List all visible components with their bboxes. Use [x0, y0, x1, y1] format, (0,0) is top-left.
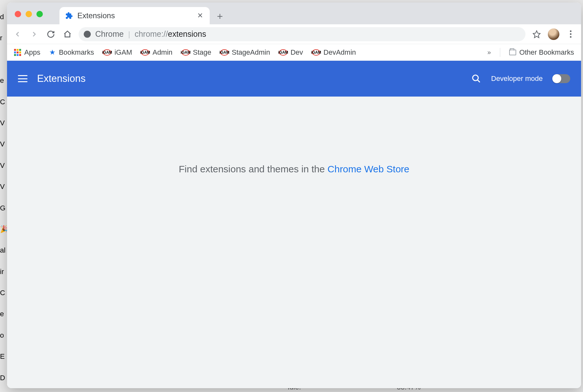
bookmark-label: Bookmarks [59, 48, 94, 57]
igam-icon: iGAM [182, 49, 190, 56]
bookmark-igam[interactable]: iGAM iGAM [103, 48, 132, 57]
bookmark-label: StageAdmin [232, 48, 270, 57]
bookmark-stage[interactable]: iGAM Stage [182, 48, 212, 57]
forward-button[interactable] [29, 29, 40, 40]
bookmark-dev[interactable]: iGAM Dev [279, 48, 303, 57]
new-tab-button[interactable]: ＋ [214, 10, 226, 22]
browser-window: Extensions ✕ ＋ Chrome | chrome://extensi… [7, 3, 581, 388]
bookmarks-bar: Apps ★ Bookmarks iGAM iGAM iGAM Admin iG… [7, 44, 581, 61]
bookmark-star-button[interactable] [531, 29, 542, 40]
igam-icon: iGAM [279, 49, 287, 56]
toggle-knob [552, 74, 561, 83]
omnibox-chip: Chrome [95, 29, 124, 39]
profile-avatar[interactable] [548, 28, 559, 40]
star-icon: ★ [49, 48, 56, 57]
apps-icon [14, 49, 21, 56]
close-window-button[interactable] [15, 11, 21, 17]
igam-icon: iGAM [220, 49, 229, 56]
other-bookmarks-label: Other Bookmarks [519, 48, 574, 57]
chrome-web-store-link[interactable]: Chrome Web Store [328, 164, 409, 174]
developer-mode-label: Developer mode [491, 74, 543, 83]
omnibox-url: chrome://extensions [135, 29, 206, 39]
igam-icon: iGAM [103, 49, 111, 56]
apps-label: Apps [24, 48, 40, 57]
bookmarks-overflow-button[interactable]: » [487, 49, 491, 56]
bookmark-label: iGAM [114, 48, 132, 57]
bookmark-label: Admin [152, 48, 172, 57]
empty-message: Find extensions and themes in the Chrome… [179, 164, 409, 175]
chrome-logo-icon [84, 31, 91, 38]
bookmark-label: Dev [291, 48, 303, 57]
minimize-window-button[interactable] [26, 11, 32, 17]
bookmark-devadmin[interactable]: iGAM DevAdmin [312, 48, 356, 57]
bookmark-admin[interactable]: iGAM Admin [141, 48, 172, 57]
other-bookmarks[interactable]: Other Bookmarks [509, 48, 574, 57]
folder-icon [509, 50, 516, 55]
back-button[interactable] [12, 29, 23, 40]
search-button[interactable] [471, 73, 482, 84]
bookmark-label: Stage [193, 48, 212, 57]
svg-point-0 [472, 75, 478, 81]
address-bar[interactable]: Chrome | chrome://extensions [79, 27, 525, 41]
home-button[interactable] [62, 29, 73, 40]
reload-button[interactable] [45, 29, 56, 40]
extensions-header: Extensions Developer mode [7, 61, 581, 97]
window-controls [15, 11, 43, 17]
menu-button[interactable] [18, 75, 27, 82]
divider [500, 48, 500, 57]
browser-tab[interactable]: Extensions ✕ [59, 7, 210, 24]
empty-text: Find extensions and themes in the [179, 164, 327, 174]
bookmark-label: DevAdmin [323, 48, 356, 57]
page-content: Extensions Developer mode Find extension… [7, 61, 581, 388]
bookmark-bookmarks[interactable]: ★ Bookmarks [49, 48, 94, 57]
url-prefix: chrome:// [135, 29, 168, 38]
toolbar: Chrome | chrome://extensions [7, 24, 581, 44]
developer-mode-toggle[interactable] [552, 74, 570, 83]
tab-title: Extensions [77, 11, 192, 20]
extension-icon [65, 12, 73, 20]
tab-strip: Extensions ✕ ＋ [7, 3, 581, 24]
chrome-menu-button[interactable] [565, 29, 576, 40]
igam-icon: iGAM [141, 49, 149, 56]
page-title: Extensions [37, 73, 461, 84]
igam-icon: iGAM [312, 49, 320, 56]
url-highlight: extensions [168, 29, 206, 38]
apps-shortcut[interactable]: Apps [14, 48, 40, 57]
close-tab-button[interactable]: ✕ [196, 12, 204, 20]
bookmark-stageadmin[interactable]: iGAM StageAdmin [220, 48, 270, 57]
omnibox-separator: | [128, 30, 130, 39]
maximize-window-button[interactable] [36, 11, 43, 17]
extensions-empty-state: Find extensions and themes in the Chrome… [7, 97, 581, 388]
